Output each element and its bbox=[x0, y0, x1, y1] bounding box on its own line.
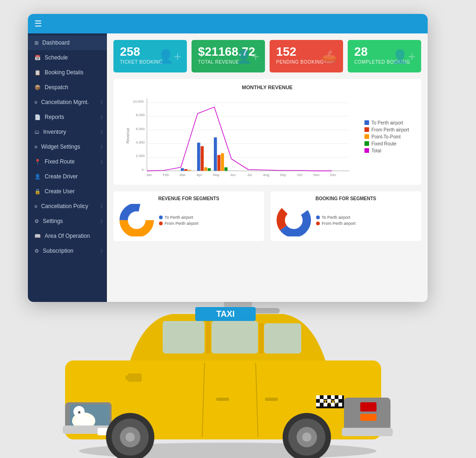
chart-legend: To Perth airport From Perth airport Poin… bbox=[364, 94, 416, 179]
sidebar-icon-fixed-route: 📍 bbox=[34, 159, 41, 165]
sidebar-icon-despatch: 📦 bbox=[34, 85, 41, 91]
book-legend-to-perth-airport: To Perth airport bbox=[316, 215, 356, 220]
svg-rect-75 bbox=[316, 403, 320, 406]
svg-rect-77 bbox=[331, 403, 335, 406]
sidebar-label-despatch: Despatch bbox=[45, 84, 68, 91]
svg-point-57 bbox=[75, 415, 92, 426]
sidebar-item-inventory[interactable]: 🗂 Inventory 〉 bbox=[28, 124, 107, 139]
svg-rect-66 bbox=[316, 395, 344, 408]
revenue-segments-title: REVENUE FOR SEGMENTS bbox=[118, 196, 259, 201]
sidebar-item-despatch[interactable]: 📦 Despatch bbox=[28, 80, 107, 95]
svg-rect-78 bbox=[338, 403, 342, 406]
sidebar-item-area-of-operation[interactable]: 📖 Area Of Operation bbox=[28, 229, 107, 243]
svg-rect-20 bbox=[185, 169, 188, 171]
svg-text:4,000: 4,000 bbox=[136, 140, 145, 144]
booking-segments-chart: BOOKING FOR SEGMENTS To Perth airport Fr… bbox=[271, 191, 421, 241]
sidebar-label-create-user: Create User bbox=[45, 188, 75, 195]
svg-text:Jun: Jun bbox=[230, 173, 236, 177]
stat-cards: 258 TICKET BOOKING 👤+ $21168.72 TOTAL RE… bbox=[113, 40, 421, 72]
sidebar-icon-inventory: 🗂 bbox=[34, 129, 40, 135]
revenue-donut-legend: To Perth airport From Perth airport bbox=[159, 215, 198, 226]
svg-rect-58 bbox=[63, 425, 119, 434]
booking-segments-title: BOOKING FOR SEGMENTS bbox=[275, 196, 416, 201]
svg-rect-91 bbox=[128, 373, 142, 382]
svg-rect-69 bbox=[324, 395, 327, 399]
sidebar-icon-cancellation-mgmt: ≡ bbox=[34, 99, 37, 105]
svg-point-86 bbox=[302, 432, 311, 442]
svg-rect-22 bbox=[221, 153, 224, 171]
svg-rect-63 bbox=[360, 402, 377, 412]
sidebar-item-cancellation-policy[interactable]: ≡ Cancellation Policy 〉 bbox=[28, 199, 107, 214]
svg-rect-72 bbox=[320, 399, 324, 403]
svg-text:May: May bbox=[213, 173, 220, 177]
legend-item-fixed-route: Fixed Route bbox=[364, 141, 416, 146]
sidebar-icon-create-driver: 👤 bbox=[34, 174, 41, 180]
svg-point-81 bbox=[120, 427, 140, 447]
monthly-revenue-section: MONTHLY REVENUE Revenue 0 2,000 4,000 6,… bbox=[113, 79, 421, 185]
sidebar-item-create-user[interactable]: 🔒 Create User bbox=[28, 184, 107, 199]
legend-dot bbox=[364, 141, 369, 146]
svg-rect-74 bbox=[335, 399, 338, 403]
legend-item-point-to-point: Point-To-Point bbox=[364, 134, 416, 139]
svg-line-88 bbox=[256, 363, 258, 437]
svg-rect-15 bbox=[197, 143, 200, 171]
stat-icon-pending-booking: 🥧 bbox=[321, 49, 337, 64]
svg-rect-89 bbox=[216, 398, 229, 401]
sidebar-label-create-driver: Create Driver bbox=[45, 173, 78, 180]
sidebar-item-booking-details[interactable]: 📋 Booking Details bbox=[28, 65, 107, 80]
revenue-segments-chart: REVENUE FOR SEGMENTS To Perth airport Fr… bbox=[113, 191, 264, 241]
legend-item-to-perth-airport: To Perth airport bbox=[364, 120, 416, 125]
legend-label: Point-To-Point bbox=[371, 134, 401, 139]
svg-text:Feb: Feb bbox=[163, 173, 169, 177]
sidebar-icon-area-of-operation: 📖 bbox=[34, 233, 41, 239]
bottom-charts: REVENUE FOR SEGMENTS To Perth airport Fr… bbox=[113, 191, 421, 241]
sidebar-item-settings[interactable]: ⚙ Settings 〉 bbox=[28, 214, 107, 229]
svg-rect-49 bbox=[264, 323, 301, 353]
book-legend-label: From Perth airport bbox=[322, 221, 356, 226]
svg-text:Dec: Dec bbox=[330, 173, 337, 177]
sidebar-icon-widget-settings: ≡ bbox=[34, 144, 37, 150]
sidebar-label-dashboard: Dashboard bbox=[42, 39, 70, 46]
sidebar-item-fixed-route[interactable]: 📍 Fixed Route 〉 bbox=[28, 154, 107, 169]
svg-text:6,000: 6,000 bbox=[136, 127, 145, 131]
svg-rect-23 bbox=[188, 170, 191, 171]
sidebar-item-cancellation-mgmt[interactable]: ≡ Cancellation Mgmt. 〉 bbox=[28, 95, 107, 110]
sidebar-item-dashboard[interactable]: ⊞ Dashboard bbox=[28, 35, 107, 50]
chevron-icon-reports: 〉 bbox=[101, 115, 102, 120]
rev-dot bbox=[159, 216, 163, 219]
booking-donut-area: To Perth airport From Perth airport bbox=[275, 204, 416, 236]
svg-text:TAXI: TAXI bbox=[324, 399, 337, 406]
svg-rect-73 bbox=[327, 399, 331, 403]
menu-icon[interactable]: ☰ bbox=[34, 19, 42, 29]
svg-text:0: 0 bbox=[142, 168, 144, 172]
legend-dot bbox=[364, 120, 369, 125]
main-layout: ⊞ Dashboard 📅 Schedule 📋 Booking Details… bbox=[28, 33, 428, 302]
svg-rect-48 bbox=[212, 321, 258, 353]
svg-text:Mar: Mar bbox=[179, 173, 186, 177]
sidebar-label-fixed-route: Fixed Route bbox=[45, 158, 75, 165]
booking-donut-svg bbox=[275, 204, 312, 236]
legend-dot bbox=[364, 148, 369, 153]
stat-icon-ticket-booking: 👤+ bbox=[158, 49, 181, 64]
sidebar-label-cancellation-mgmt: Cancellation Mgmt. bbox=[41, 99, 89, 105]
book-legend-from-perth-airport: From Perth airport bbox=[316, 221, 356, 226]
svg-rect-62 bbox=[344, 398, 390, 430]
rev-legend-label: To Perth airport bbox=[165, 215, 193, 220]
svg-rect-50 bbox=[206, 321, 211, 353]
sidebar-item-reports[interactable]: 📄 Reports 〉 bbox=[28, 110, 107, 124]
sidebar-item-schedule[interactable]: 📅 Schedule bbox=[28, 50, 107, 65]
sidebar-icon-reports: 📄 bbox=[34, 114, 41, 120]
stat-card-completed-booking: 28 COMPLETED BOOKING 👤+ bbox=[348, 40, 421, 72]
svg-rect-90 bbox=[265, 398, 278, 401]
sidebar-item-create-driver[interactable]: 👤 Create Driver bbox=[28, 169, 107, 184]
svg-rect-21 bbox=[204, 167, 207, 171]
chevron-icon-cancellation-policy: 〉 bbox=[101, 204, 102, 209]
book-legend-label: To Perth airport bbox=[322, 215, 350, 220]
monitor-frame: ☰ ⊞ Dashboard 📅 Schedule 📋 Booking Detai… bbox=[28, 14, 428, 302]
sidebar-item-subscription[interactable]: ⚙ Subscription 〉 bbox=[28, 243, 107, 258]
chevron-icon-subscription: 〉 bbox=[101, 249, 102, 254]
sidebar-item-widget-settings[interactable]: ≡ Widget Settings 〉 bbox=[28, 139, 107, 154]
sidebar-icon-subscription: ⚙ bbox=[34, 248, 39, 254]
stat-card-ticket-booking: 258 TICKET BOOKING 👤+ bbox=[113, 40, 187, 72]
svg-rect-19 bbox=[218, 155, 221, 171]
